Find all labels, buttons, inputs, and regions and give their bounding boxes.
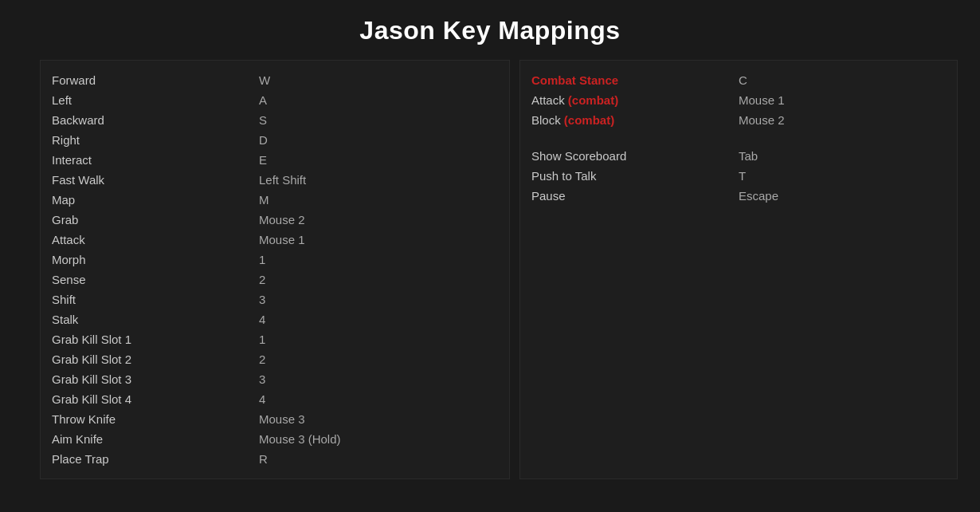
action-label: Place Trap <box>52 452 259 466</box>
table-row: Grab Mouse 2 <box>41 210 509 230</box>
table-row: Stalk 4 <box>41 309 509 329</box>
key-binding: Escape <box>739 189 778 203</box>
action-label: Left <box>52 93 259 107</box>
combat-tag: (combat) <box>568 93 618 107</box>
table-row: Show Scoreboard Tab <box>520 146 957 166</box>
table-row: Shift 3 <box>41 289 509 309</box>
action-label: Interact <box>52 153 259 167</box>
table-row: Push to Talk T <box>520 166 957 186</box>
main-container: Forward W Left A Backward S Right D Inte… <box>0 60 980 479</box>
key-binding: W <box>259 73 270 87</box>
action-label: Backward <box>52 113 259 127</box>
key-binding: A <box>259 93 267 107</box>
action-label: Grab <box>52 213 259 226</box>
key-binding: 1 <box>259 253 265 266</box>
table-row: Morph 1 <box>41 250 509 270</box>
key-binding: 4 <box>259 313 265 326</box>
table-row: Aim Knife Mouse 3 (Hold) <box>41 429 509 449</box>
left-panel: Forward W Left A Backward S Right D Inte… <box>40 60 510 479</box>
page-title: Jason Key Mappings <box>359 0 620 60</box>
key-binding: Mouse 2 <box>739 113 785 127</box>
action-label: Grab Kill Slot 2 <box>52 352 259 366</box>
table-row: Grab Kill Slot 3 3 <box>41 369 509 389</box>
key-binding: Left Shift <box>259 173 306 187</box>
key-binding: 4 <box>259 392 265 406</box>
key-binding: E <box>259 153 267 167</box>
combat-stance-label: Combat Stance <box>531 73 739 87</box>
action-label: Stalk <box>52 313 259 326</box>
right-panel: Combat Stance C Attack (combat) Mouse 1 … <box>519 60 958 479</box>
table-row: Place Trap R <box>41 449 509 469</box>
action-label: Morph <box>52 253 259 266</box>
action-label: Sense <box>52 273 259 286</box>
table-row: Pause Escape <box>520 186 957 206</box>
action-label: Block (combat) <box>531 113 739 127</box>
action-label: Grab Kill Slot 1 <box>52 333 259 346</box>
combat-tag: (combat) <box>564 113 614 127</box>
key-binding: Mouse 2 <box>259 213 305 226</box>
action-label: Right <box>52 133 259 147</box>
table-row: Backward S <box>41 110 509 130</box>
action-label: Throw Knife <box>52 412 259 426</box>
table-row: Fast Walk Left Shift <box>41 170 509 190</box>
table-row: Right D <box>41 130 509 150</box>
key-binding: Mouse 3 <box>259 412 305 426</box>
key-binding: M <box>259 193 269 207</box>
key-binding: Mouse 1 <box>259 233 305 246</box>
action-label: Grab Kill Slot 3 <box>52 372 259 386</box>
key-binding: 2 <box>259 352 265 366</box>
action-label: Pause <box>531 189 739 203</box>
action-label: Attack (combat) <box>531 93 739 107</box>
action-label: Show Scoreboard <box>531 149 739 163</box>
table-row: Grab Kill Slot 2 2 <box>41 349 509 369</box>
action-label: Forward <box>52 73 259 87</box>
table-row: Interact E <box>41 150 509 170</box>
key-binding: Tab <box>739 149 758 163</box>
spacer <box>520 130 957 146</box>
key-binding: S <box>259 113 267 127</box>
key-binding: 1 <box>259 333 265 346</box>
key-binding: 2 <box>259 273 265 286</box>
table-row: Attack Mouse 1 <box>41 230 509 250</box>
action-label: Shift <box>52 293 259 306</box>
key-binding: Mouse 1 <box>739 93 785 107</box>
table-row: Combat Stance C <box>520 70 957 90</box>
action-label: Grab Kill Slot 4 <box>52 392 259 406</box>
action-label: Fast Walk <box>52 173 259 187</box>
table-row: Block (combat) Mouse 2 <box>520 110 957 130</box>
key-binding: Mouse 3 (Hold) <box>259 432 341 446</box>
key-binding: T <box>739 169 746 183</box>
action-label: Push to Talk <box>531 169 739 183</box>
key-binding: C <box>739 73 747 87</box>
table-row: Left A <box>41 90 509 110</box>
table-row: Forward W <box>41 70 509 90</box>
table-row: Grab Kill Slot 1 1 <box>41 329 509 349</box>
key-binding: R <box>259 452 268 466</box>
table-row: Sense 2 <box>41 270 509 289</box>
table-row: Map M <box>41 190 509 210</box>
key-binding: 3 <box>259 293 265 306</box>
table-row: Grab Kill Slot 4 4 <box>41 389 509 409</box>
table-row: Attack (combat) Mouse 1 <box>520 90 957 110</box>
action-label: Map <box>52 193 259 207</box>
key-binding: D <box>259 133 268 147</box>
table-row: Throw Knife Mouse 3 <box>41 409 509 429</box>
action-label: Aim Knife <box>52 432 259 446</box>
key-binding: 3 <box>259 372 265 386</box>
action-label: Attack <box>52 233 259 246</box>
